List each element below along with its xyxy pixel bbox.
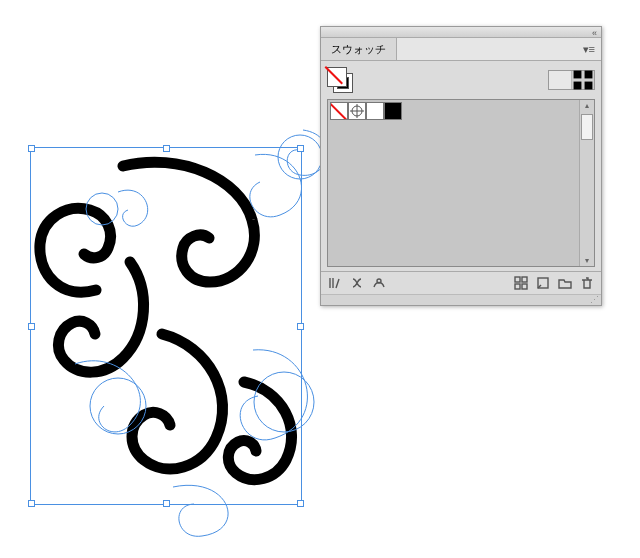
show-swatch-kinds-icon [350,276,364,290]
swatch-options-button[interactable] [369,274,389,292]
swatches-panel: « スウォッチ ▾≡ [320,26,602,306]
fill-swatch[interactable] [327,67,347,87]
swatch-scrollbar[interactable]: ▴ ▾ [579,100,594,266]
scroll-down-icon[interactable]: ▾ [580,256,594,265]
handle-e[interactable] [297,323,304,330]
list-icon [549,69,571,91]
svg-rect-12 [515,284,520,289]
swatch-options-icon [372,276,386,290]
svg-rect-5 [585,71,593,79]
scroll-thumb[interactable] [581,114,593,140]
registration-icon [350,104,364,118]
swatch-list-area: ▴ ▾ [327,99,595,267]
swatch-libraries-button[interactable] [325,274,345,292]
new-color-group-icon [514,276,528,290]
panel-resize-grip[interactable]: ⋰ [321,294,601,305]
svg-rect-4 [574,71,582,79]
handle-n[interactable] [163,145,170,152]
svg-rect-13 [522,284,527,289]
svg-rect-11 [522,277,527,282]
show-swatch-kinds-button[interactable] [347,274,367,292]
grid-icon [572,69,594,91]
swatch-list [328,100,579,266]
new-color-group-button[interactable] [511,274,531,292]
panel-header: スウォッチ ▾≡ [321,38,601,61]
handle-se[interactable] [297,500,304,507]
swatches-tab[interactable]: スウォッチ [321,38,397,60]
new-swatch-icon [536,276,550,290]
svg-rect-6 [574,82,582,90]
svg-rect-7 [585,82,593,90]
swatch-none[interactable] [330,102,348,120]
panel-drag-bar[interactable]: « [321,27,601,38]
svg-rect-10 [515,277,520,282]
new-swatch-button[interactable] [533,274,553,292]
view-mode-buttons [548,70,595,90]
panel-body: ▴ ▾ [321,61,601,271]
svg-point-9 [377,279,381,283]
fill-stroke-indicator[interactable] [327,67,353,93]
handle-sw[interactable] [28,500,35,507]
selection-bounding-box[interactable] [30,147,302,505]
list-view-button[interactable] [549,71,571,89]
swatch-registration[interactable] [348,102,366,120]
collapse-panel-icon[interactable]: « [592,28,597,38]
swatch-white[interactable] [366,102,384,120]
handle-s[interactable] [163,500,170,507]
handle-w[interactable] [28,323,35,330]
scroll-up-icon[interactable]: ▴ [580,101,594,110]
open-folder-button[interactable] [555,274,575,292]
panel-menu-icon[interactable]: ▾≡ [583,43,595,56]
swatch-libraries-icon [328,276,342,290]
panel-footer [321,271,601,294]
swatch-black[interactable] [384,102,402,120]
trash-icon [580,276,594,290]
grid-view-button[interactable] [571,71,594,89]
folder-icon [558,276,572,290]
handle-ne[interactable] [297,145,304,152]
handle-nw[interactable] [28,145,35,152]
delete-swatch-button[interactable] [577,274,597,292]
